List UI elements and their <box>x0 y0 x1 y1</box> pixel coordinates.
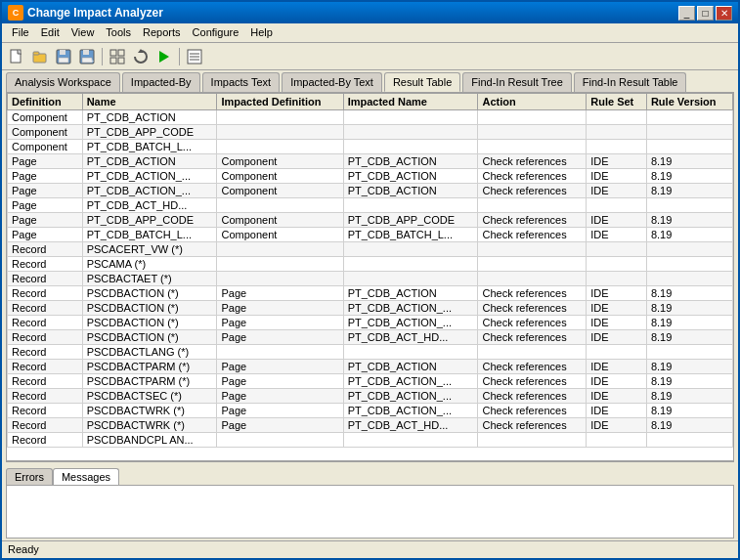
status-bar: Ready <box>2 540 738 558</box>
maximize-button[interactable]: □ <box>697 6 714 21</box>
open-button[interactable] <box>29 46 51 67</box>
main-content: Definition Name Impacted Definition Impa… <box>6 92 734 462</box>
svg-rect-2 <box>33 52 39 55</box>
col-rule-version: Rule Version <box>646 94 732 110</box>
export-button[interactable] <box>184 46 205 67</box>
svg-rect-10 <box>110 50 116 56</box>
col-name: Name <box>82 94 217 110</box>
svg-rect-11 <box>118 50 124 56</box>
menu-file[interactable]: File <box>6 25 35 40</box>
result-table: Definition Name Impacted Definition Impa… <box>7 93 733 448</box>
save-button[interactable] <box>53 46 74 67</box>
menu-help[interactable]: Help <box>244 25 279 40</box>
col-rule-set: Rule Set <box>587 94 647 110</box>
table-row[interactable]: PagePT_CDB_ACTIONComponentPT_CDB_ACTIONC… <box>8 154 733 169</box>
tab-find-in-result-tree[interactable]: Find-In Result Tree <box>462 72 572 92</box>
svg-marker-15 <box>159 51 169 63</box>
table-row[interactable]: ComponentPT_CDB_ACTION <box>8 110 733 125</box>
menu-configure[interactable]: Configure <box>187 25 245 40</box>
table-row[interactable]: RecordPSCDBACTPARM (*)PagePT_CDB_ACTION_… <box>8 374 733 389</box>
tab-find-in-result-table[interactable]: Find-In Result Table <box>574 72 687 92</box>
bottom-tab-errors[interactable]: Errors <box>6 468 53 485</box>
table-row[interactable]: RecordPSCDBACTWRK (*)PagePT_CDB_ACTION_.… <box>8 404 733 418</box>
col-definition: Definition <box>8 94 83 110</box>
menu-reports[interactable]: Reports <box>137 25 187 40</box>
title-bar-left: C Change Impact Analyzer <box>8 5 163 21</box>
table-row[interactable]: PagePT_CDB_APP_CODEComponentPT_CDB_APP_C… <box>8 213 733 228</box>
table-row[interactable]: RecordPSCDBACTION (*)PagePT_CDB_ACTION_.… <box>8 316 733 330</box>
table-row[interactable]: RecordPSCBACTAET (*) <box>8 272 733 286</box>
bottom-panel-content <box>6 485 734 538</box>
svg-rect-7 <box>83 50 89 55</box>
tabs-bar: Analysis Workspace Impacted-By Impacts T… <box>2 70 738 92</box>
table-row[interactable]: RecordPSCDBACTWRK (*)PagePT_CDB_ACT_HD..… <box>8 418 733 433</box>
app-icon: C <box>8 5 23 21</box>
status-text: Ready <box>8 543 39 555</box>
table-row[interactable]: RecordPSCDBACTION (*)PagePT_CDB_ACT_HD..… <box>8 330 733 345</box>
tab-impacted-by[interactable]: Impacted-By <box>122 72 200 92</box>
bottom-tabs: Errors Messages <box>6 466 734 485</box>
toolbar: + <box>2 43 738 70</box>
window-title: Change Impact Analyzer <box>27 6 163 20</box>
tab-analysis-workspace[interactable]: Analysis Workspace <box>6 72 120 92</box>
tab-result-table[interactable]: Result Table <box>384 72 460 92</box>
table-row[interactable]: PagePT_CDB_BATCH_L...ComponentPT_CDB_BAT… <box>8 228 733 242</box>
table-row[interactable]: RecordPSCDBACTLANG (*) <box>8 345 733 360</box>
table-row[interactable]: RecordPSCACERT_VW (*) <box>8 242 733 257</box>
close-button[interactable]: ✕ <box>716 6 732 21</box>
main-window: C Change Impact Analyzer _ □ ✕ FileEditV… <box>0 0 740 560</box>
separator-2 <box>179 48 180 65</box>
table-row[interactable]: RecordPSCDBACTPARM (*)PagePT_CDB_ACTIONC… <box>8 360 733 374</box>
col-impacted-definition: Impacted Definition <box>217 94 343 110</box>
table-row[interactable]: RecordPSCAMA (*) <box>8 257 733 272</box>
tab-impacts-text[interactable]: Impacts Text <box>202 72 281 92</box>
svg-text:+: + <box>90 58 94 65</box>
table-row[interactable]: ComponentPT_CDB_BATCH_L... <box>8 140 733 154</box>
svg-rect-5 <box>59 58 68 63</box>
table-row[interactable]: PagePT_CDB_ACTION_...ComponentPT_CDB_ACT… <box>8 184 733 198</box>
table-row[interactable]: RecordPSCDBACTSEC (*)PagePT_CDB_ACTION_.… <box>8 389 733 404</box>
title-controls: _ □ ✕ <box>678 6 732 21</box>
svg-rect-13 <box>118 58 124 64</box>
separator-1 <box>102 48 103 65</box>
refresh-button[interactable] <box>130 46 152 67</box>
table-row[interactable]: RecordPSCDBACTION (*)PagePT_CDB_ACTIONCh… <box>8 286 733 301</box>
new-button[interactable] <box>6 46 27 67</box>
menu-edit[interactable]: Edit <box>35 25 65 40</box>
svg-rect-12 <box>110 58 116 64</box>
bottom-section: Errors Messages <box>6 466 734 538</box>
col-impacted-name: Impacted Name <box>343 94 478 110</box>
table-row[interactable]: RecordPSCDBANDCPL AN... <box>8 433 733 448</box>
table-row[interactable]: ComponentPT_CDB_APP_CODE <box>8 125 733 140</box>
save-as-button[interactable]: + <box>76 46 98 67</box>
title-bar: C Change Impact Analyzer _ □ ✕ <box>2 2 738 23</box>
minimize-button[interactable]: _ <box>678 6 695 21</box>
grid-button[interactable] <box>107 46 128 67</box>
result-table-container[interactable]: Definition Name Impacted Definition Impa… <box>7 93 733 461</box>
table-row[interactable]: PagePT_CDB_ACTION_...ComponentPT_CDB_ACT… <box>8 169 733 184</box>
table-row[interactable]: RecordPSCDBACTION (*)PagePT_CDB_ACTION_.… <box>8 301 733 316</box>
table-row[interactable]: PagePT_CDB_ACT_HD... <box>8 198 733 213</box>
menu-tools[interactable]: Tools <box>100 25 137 40</box>
run-button[interactable] <box>153 46 175 67</box>
col-action: Action <box>478 94 587 110</box>
menu-bar: FileEditViewToolsReportsConfigureHelp <box>2 23 738 43</box>
tab-impacted-by-text[interactable]: Impacted-By Text <box>282 72 382 92</box>
bottom-tab-messages[interactable]: Messages <box>53 468 119 485</box>
svg-rect-4 <box>60 50 65 55</box>
menu-view[interactable]: View <box>65 25 101 40</box>
